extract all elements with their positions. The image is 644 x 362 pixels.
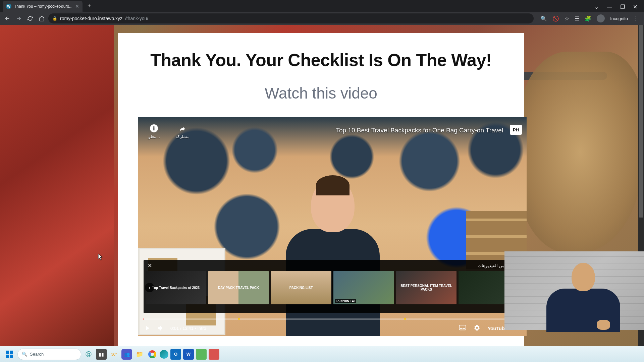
lock-icon: 🔒	[52, 16, 57, 21]
tab-title: Thank You – romy-pocket-duro...	[14, 4, 72, 9]
back-button[interactable]	[3, 14, 12, 23]
taskbar-edge-icon[interactable]	[160, 350, 168, 359]
window-controls: ⌄ ― ❐ ✕	[588, 4, 644, 12]
svg-rect-4	[463, 328, 465, 328]
video-info-button[interactable]: i معلو...	[148, 124, 160, 139]
profile-avatar[interactable]	[597, 14, 605, 22]
video-player[interactable]: i معلو... مشاركة Top 10 Best Travel Back…	[138, 117, 527, 336]
picture-in-picture-overlay[interactable]	[504, 251, 644, 330]
extensions-icon[interactable]: 🧩	[585, 15, 591, 22]
taskbar-app-icon[interactable]: ▮▮	[96, 349, 107, 360]
tab-close-button[interactable]: ✕	[75, 4, 79, 9]
search-placeholder: Search	[30, 352, 44, 357]
forward-button[interactable]	[14, 14, 23, 23]
more-videos-panel: ✕ المزيد من الفيديوهات ‹ Top Travel Back…	[144, 260, 521, 313]
page-viewport: Thank You. Your Checklist Is On The Way!…	[0, 25, 644, 346]
suggested-video-thumb[interactable]: BEST PERSONAL ITEM TRAVEL PACKS	[396, 271, 457, 304]
mouse-cursor	[98, 254, 103, 260]
search-icon: 🔍	[22, 352, 27, 357]
minimize-button[interactable]: ―	[607, 4, 612, 10]
svg-rect-3	[460, 328, 462, 328]
browser-tab[interactable]: W Thank You – romy-pocket-duro... ✕	[3, 1, 83, 12]
subtitles-button[interactable]	[459, 325, 466, 332]
reload-button[interactable]	[25, 14, 35, 23]
wordpress-favicon: W	[6, 4, 11, 9]
video-progress-bar[interactable]	[144, 318, 521, 320]
taskbar-bing-icon[interactable]: ⓑ	[83, 349, 94, 360]
scrollbar-thumb[interactable]	[639, 25, 643, 218]
url-path: /thank-you/	[125, 16, 148, 21]
taskbar-chrome-icon[interactable]	[147, 349, 158, 360]
video-share-button[interactable]: مشاركة	[175, 124, 190, 139]
suggested-video-thumb[interactable]: DAY PACK TRAVEL PACK	[208, 271, 269, 304]
taskbar-outlook-icon[interactable]: O	[170, 349, 181, 360]
page-headline: Thank You. Your Checklist Is On The Way!	[138, 50, 504, 70]
volume-button[interactable]	[157, 324, 164, 332]
taskbar-app-green-icon[interactable]	[196, 349, 207, 360]
incognito-badge[interactable]: Incognito	[610, 16, 628, 21]
suggested-video-thumb[interactable]: PACKING LIST	[271, 271, 331, 304]
start-button[interactable]	[3, 348, 15, 360]
suggested-video-thumb[interactable]: Top Travel Backpacks of 2023	[146, 271, 206, 304]
maximize-button[interactable]: ❐	[620, 4, 625, 10]
video-controls: 0:01 / 13:41 • Intro YouTube	[138, 320, 527, 336]
page-subhead: Watch this video	[138, 84, 504, 102]
channel-badge[interactable]: PH	[510, 125, 522, 135]
home-button[interactable]	[37, 14, 46, 23]
new-tab-button[interactable]: ＋	[87, 2, 92, 9]
chevron-down-icon[interactable]: ⌄	[594, 4, 599, 10]
video-top-actions: i معلو... مشاركة	[148, 124, 190, 139]
zoom-icon[interactable]: 🔍	[540, 15, 547, 22]
taskbar-explorer-icon[interactable]: 📁	[134, 349, 145, 360]
taskbar-weather-icon[interactable]: 30°	[109, 349, 119, 360]
reading-list-icon[interactable]: ☰	[575, 15, 579, 22]
taskbar-teams-icon[interactable]: 👥	[121, 349, 132, 360]
kebab-menu-icon[interactable]: ⋮	[633, 15, 639, 22]
eye-off-icon[interactable]: 🚫	[552, 15, 559, 22]
content-card: Thank You. Your Checklist Is On The Way!…	[118, 33, 524, 346]
taskbar-search[interactable]: 🔍 Search	[17, 349, 81, 360]
video-time-display: 0:01 / 13:41 • Intro	[170, 326, 206, 331]
play-button[interactable]	[144, 324, 151, 332]
svg-text:i: i	[153, 125, 155, 131]
bookmark-star-icon[interactable]: ☆	[565, 15, 569, 22]
more-videos-close-button[interactable]: ✕	[148, 262, 152, 269]
toolbar-right: 🔍 🚫 ☆ ☰ 🧩 Incognito ⋮	[536, 14, 641, 22]
background-boot	[517, 52, 644, 253]
svg-rect-2	[459, 325, 466, 329]
close-window-button[interactable]: ✕	[633, 4, 637, 10]
video-title[interactable]: Top 10 Best Travel Backpacks for One Bag…	[336, 127, 503, 134]
browser-titlebar: W Thank You – romy-pocket-duro... ✕ ＋ ⌄ …	[0, 0, 644, 12]
background-backpack	[0, 25, 114, 346]
url-host: romy-pocket-duro.instawp.xyz	[60, 16, 122, 21]
windows-taskbar: 🔍 Search ⓑ ▮▮ 30° 👥 📁 O W	[0, 346, 644, 362]
address-bar[interactable]: 🔒 romy-pocket-duro.instawp.xyz/thank-you…	[48, 13, 534, 23]
more-videos-prev-button[interactable]: ‹	[145, 283, 154, 292]
browser-toolbar: 🔒 romy-pocket-duro.instawp.xyz/thank-you…	[0, 12, 644, 25]
taskbar-word-icon[interactable]: W	[183, 349, 194, 360]
settings-button[interactable]	[474, 324, 480, 332]
suggested-video-thumb[interactable]: FARPOINT 40	[333, 271, 394, 304]
taskbar-app-red-icon[interactable]	[209, 349, 219, 360]
